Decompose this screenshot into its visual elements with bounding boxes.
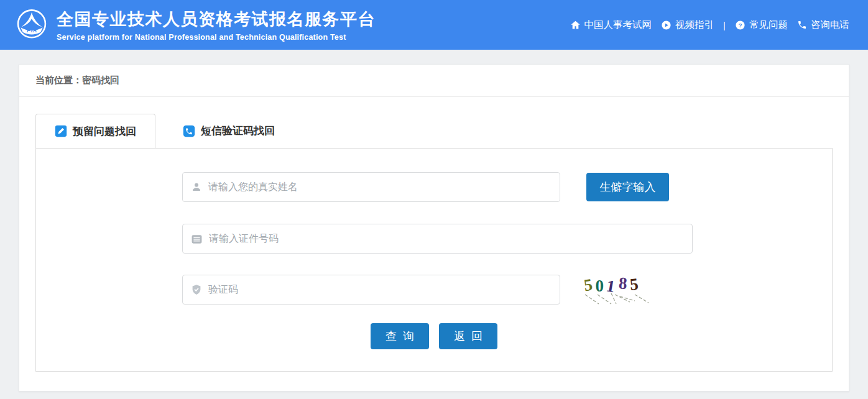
tab-security-question-recovery[interactable]: 预留问题找回: [35, 114, 155, 148]
svg-text:?: ?: [738, 22, 742, 29]
phone-icon: [797, 20, 807, 30]
nav-link-label: 咨询电话: [811, 19, 849, 32]
breadcrumb: 当前位置：密码找回: [19, 65, 849, 97]
user-icon: [191, 181, 202, 193]
captcha-row: 50185: [182, 274, 832, 305]
shield-icon: [191, 284, 202, 295]
tab-label: 短信验证码找回: [201, 124, 275, 138]
captcha-image[interactable]: 50185: [580, 274, 655, 305]
tab-label: 预留问题找回: [73, 124, 136, 139]
pta-logo-icon: PTA: [15, 7, 48, 43]
id-number-input[interactable]: [209, 233, 684, 244]
play-circle-icon: [661, 20, 672, 30]
phone-square-icon: [183, 125, 195, 137]
header: PTA 全国专业技术人员资格考试报名服务平台 Service platform …: [0, 0, 868, 50]
name-row: 生僻字输入: [182, 172, 832, 202]
tabs: 预留问题找回 短信验证码找回: [35, 114, 833, 148]
main-panel: 当前位置：密码找回 预留问题找回 短信验证码找回: [19, 64, 849, 392]
nav-link-label: 视频指引: [675, 19, 714, 32]
back-button[interactable]: 返 回: [439, 323, 497, 349]
rare-character-input-button[interactable]: 生僻字输入: [586, 173, 669, 201]
recovery-form: 生僻字输入: [35, 148, 833, 372]
site-subtitle: Service platform for National Profession…: [57, 33, 376, 42]
captcha-input[interactable]: [208, 284, 552, 295]
id-card-icon: [191, 233, 203, 245]
id-number-row: [182, 224, 832, 254]
tab-zone: 预留问题找回 短信验证码找回 生僻字输入: [19, 97, 849, 372]
site-title: 全国专业技术人员资格考试报名服务平台: [57, 8, 376, 30]
query-button[interactable]: 查 询: [371, 323, 429, 349]
action-row: 查 询 返 回: [36, 323, 832, 349]
nav-link-hotline[interactable]: 咨询电话: [797, 19, 849, 32]
nav-separator: |: [723, 20, 726, 30]
captcha-digits: 50185: [584, 275, 642, 294]
tab-sms-code-recovery[interactable]: 短信验证码找回: [177, 114, 281, 148]
nav-link-video-guide[interactable]: 视频指引: [661, 19, 714, 32]
real-name-input[interactable]: [208, 181, 552, 193]
nav-link-cpta-site[interactable]: 中国人事考试网: [570, 19, 652, 32]
svg-text:PTA: PTA: [27, 27, 37, 34]
header-nav: 中国人事考试网 视频指引 | ? 常见问题 咨询电话: [570, 19, 849, 32]
name-input-wrap: [182, 172, 560, 202]
site-title-block: 全国专业技术人员资格考试报名服务平台 Service platform for …: [57, 8, 376, 42]
nav-link-faq[interactable]: ? 常见问题: [735, 19, 788, 32]
edit-square-icon: [55, 125, 67, 137]
nav-link-label: 中国人事考试网: [584, 19, 652, 32]
id-input-wrap: [182, 224, 693, 254]
home-icon: [570, 20, 581, 30]
captcha-input-wrap: [182, 275, 560, 305]
question-circle-icon: ?: [735, 20, 746, 30]
nav-link-label: 常见问题: [749, 19, 788, 32]
